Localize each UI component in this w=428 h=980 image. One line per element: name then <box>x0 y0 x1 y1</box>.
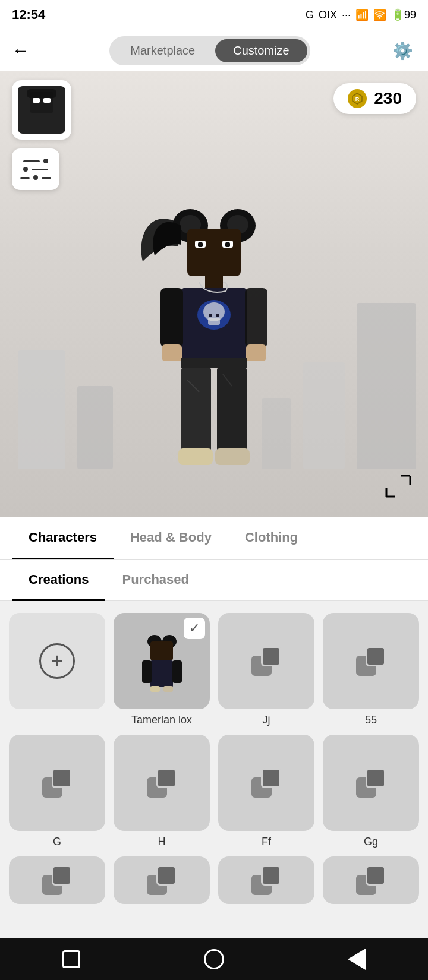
more-icon: ··· <box>342 9 351 21</box>
gg-card[interactable] <box>323 735 419 831</box>
h-card[interactable] <box>114 735 210 831</box>
svg-rect-25 <box>162 344 182 361</box>
sub-tabs: Creations Purchased <box>0 560 428 601</box>
svg-rect-43 <box>172 660 182 683</box>
olx-icon: OIX <box>319 9 337 21</box>
gg-label: Gg <box>364 836 378 848</box>
avatar-thumbnail[interactable] <box>12 80 71 140</box>
tab-characters[interactable]: Characters <box>12 517 114 560</box>
svg-rect-1 <box>33 98 40 103</box>
grid-area: + ✓ Tamerlan lox <box>0 601 428 916</box>
selected-checkmark: ✓ <box>184 618 205 639</box>
svg-rect-11 <box>187 229 241 276</box>
h-label: H <box>158 836 166 848</box>
robux-amount: 230 <box>374 89 402 108</box>
copy-icon <box>356 865 386 895</box>
svg-text:R: R <box>355 96 360 102</box>
signal-icon: 📶 <box>355 8 369 21</box>
tab-head-body[interactable]: Head & Body <box>114 517 228 560</box>
avatar-figure <box>131 190 297 499</box>
copy-icon <box>147 865 177 895</box>
circle-icon <box>204 949 224 969</box>
ff-card[interactable] <box>218 735 314 831</box>
android-back-button[interactable] <box>345 947 369 971</box>
status-icons: G OIX ··· 📶 🛜 🔋99 <box>306 8 416 21</box>
svg-rect-21 <box>209 314 212 317</box>
svg-rect-32 <box>178 448 213 465</box>
list-item[interactable]: Gg <box>323 735 419 848</box>
list-item[interactable]: Jj <box>218 613 314 726</box>
g-card[interactable] <box>9 735 105 831</box>
category-tabs: Characters Head & Body Clothing <box>0 517 428 560</box>
svg-rect-41 <box>150 660 173 687</box>
svg-rect-28 <box>181 368 211 451</box>
svg-rect-23 <box>160 288 183 347</box>
filter-icon <box>20 159 51 180</box>
tab-creations[interactable]: Creations <box>12 560 105 601</box>
tamerlanlox-label: Tamerlan lox <box>131 714 192 726</box>
add-icon: + <box>39 643 75 679</box>
list-item[interactable]: ✓ Tamerlan lox <box>114 613 210 726</box>
svg-rect-44 <box>150 686 160 692</box>
copy-icon <box>42 768 72 798</box>
list-item[interactable] <box>9 856 105 904</box>
list-item[interactable] <box>323 856 419 904</box>
settings-icon[interactable]: ⚙️ <box>390 37 416 64</box>
wifi-icon: 🛜 <box>373 8 386 21</box>
row3-2-card[interactable] <box>114 856 210 904</box>
android-square-button[interactable] <box>59 947 83 971</box>
top-nav: ← Marketplace Customize ⚙️ <box>0 30 428 71</box>
robux-coin-icon: R <box>348 89 367 108</box>
svg-rect-16 <box>205 276 223 288</box>
list-item[interactable]: G <box>9 735 105 848</box>
square-icon <box>62 950 80 968</box>
row3-4-card[interactable] <box>323 856 419 904</box>
row3-3-card[interactable] <box>218 856 314 904</box>
status-time: 12:54 <box>12 7 45 23</box>
add-character-card[interactable]: + <box>9 613 105 709</box>
list-item[interactable]: H <box>114 735 210 848</box>
list-item[interactable] <box>114 856 210 904</box>
55-card[interactable] <box>323 613 419 709</box>
expand-icon <box>380 470 416 502</box>
copy-icon <box>251 865 281 895</box>
list-item[interactable]: + <box>9 613 105 726</box>
svg-rect-14 <box>198 242 203 247</box>
list-item[interactable]: 55 <box>323 613 419 726</box>
marketplace-tab[interactable]: Marketplace <box>112 39 213 62</box>
tab-purchased[interactable]: Purchased <box>105 560 206 601</box>
jj-label: Jj <box>263 714 270 726</box>
nav-toggle: Marketplace Customize <box>109 36 310 65</box>
svg-rect-42 <box>142 660 152 683</box>
back-button[interactable]: ← <box>12 40 30 61</box>
robux-badge[interactable]: R 230 <box>333 83 416 114</box>
svg-rect-27 <box>181 358 247 368</box>
avatar-preview: R 230 <box>0 71 428 517</box>
copy-icon <box>42 865 72 895</box>
svg-rect-29 <box>217 368 247 451</box>
g-icon: G <box>306 9 314 21</box>
customize-tab[interactable]: Customize <box>215 39 307 62</box>
filter-button[interactable] <box>12 148 59 190</box>
g-label: G <box>53 836 61 848</box>
svg-rect-3 <box>27 89 56 98</box>
tamerlanlox-card[interactable]: ✓ <box>114 613 210 709</box>
battery-icon: 🔋99 <box>391 8 416 21</box>
copy-icon <box>356 646 386 676</box>
svg-rect-4 <box>29 113 55 131</box>
svg-rect-20 <box>208 318 220 325</box>
triangle-icon <box>348 949 366 970</box>
svg-rect-15 <box>225 242 230 247</box>
character-grid: + ✓ Tamerlan lox <box>9 613 419 904</box>
android-nav-bar <box>0 938 428 980</box>
android-home-button[interactable] <box>202 947 226 971</box>
expand-button[interactable] <box>380 470 416 505</box>
jj-card[interactable] <box>218 613 314 709</box>
svg-rect-33 <box>215 448 250 465</box>
list-item[interactable]: Ff <box>218 735 314 848</box>
row3-1-card[interactable] <box>9 856 105 904</box>
svg-rect-26 <box>246 344 266 361</box>
list-item[interactable] <box>218 856 314 904</box>
avatar-thumb-image <box>18 86 65 134</box>
tab-clothing[interactable]: Clothing <box>228 517 314 560</box>
